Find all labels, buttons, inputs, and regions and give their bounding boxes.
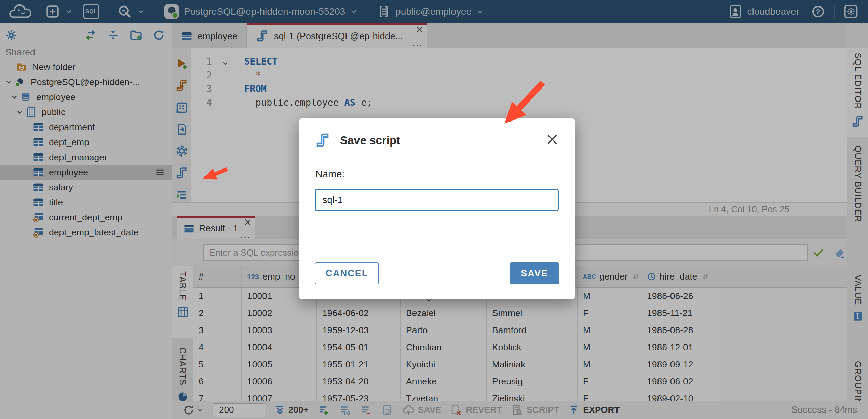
script-icon [315,132,331,149]
script-name-input[interactable] [315,189,559,211]
cancel-button[interactable]: CANCEL [315,262,379,284]
name-label: Name: [315,168,344,180]
save-button[interactable]: SAVE [510,262,559,284]
save-script-dialog: Save script Name: CANCEL SAVE [299,118,575,299]
close-dialog-button[interactable] [545,132,559,147]
dialog-title: Save script [340,134,400,147]
